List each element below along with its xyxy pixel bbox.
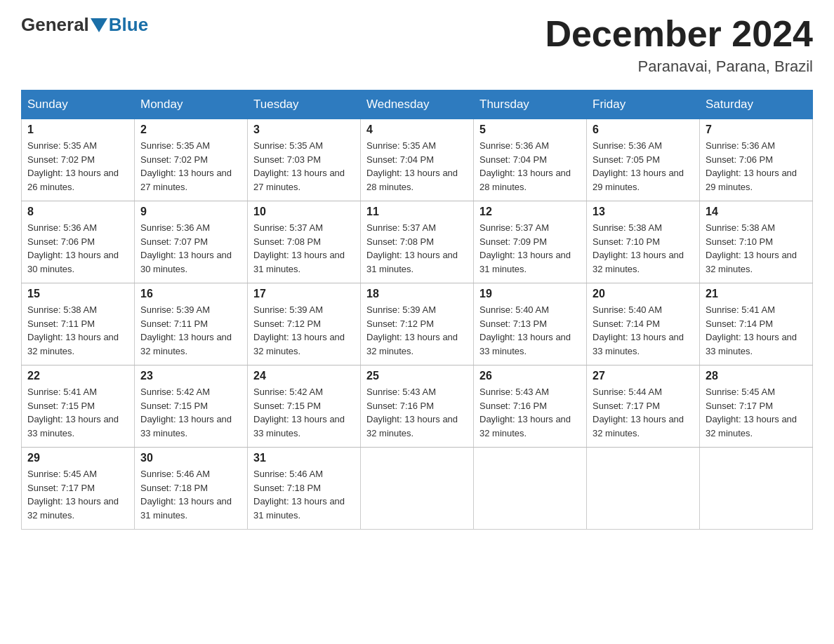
header-sunday: Sunday xyxy=(22,90,135,119)
table-row: 11 Sunrise: 5:37 AMSunset: 7:08 PMDaylig… xyxy=(361,201,474,283)
table-row: 9 Sunrise: 5:36 AMSunset: 7:07 PMDayligh… xyxy=(135,201,248,283)
day-number: 2 xyxy=(140,123,241,136)
calendar-table: Sunday Monday Tuesday Wednesday Thursday… xyxy=(21,90,813,530)
day-info: Sunrise: 5:41 AMSunset: 7:15 PMDaylight:… xyxy=(27,385,128,440)
header-monday: Monday xyxy=(135,90,248,119)
day-info: Sunrise: 5:45 AMSunset: 7:17 PMDaylight:… xyxy=(27,467,128,522)
table-row: 16 Sunrise: 5:39 AMSunset: 7:11 PMDaylig… xyxy=(135,283,248,365)
day-number: 23 xyxy=(140,370,241,382)
table-row: 12 Sunrise: 5:37 AMSunset: 7:09 PMDaylig… xyxy=(474,201,587,283)
day-number: 12 xyxy=(479,206,581,218)
calendar-header-row: Sunday Monday Tuesday Wednesday Thursday… xyxy=(22,90,813,119)
day-info: Sunrise: 5:39 AMSunset: 7:11 PMDaylight:… xyxy=(140,303,241,358)
table-row: 31 Sunrise: 5:46 AMSunset: 7:18 PMDaylig… xyxy=(248,448,361,530)
table-row: 8 Sunrise: 5:36 AMSunset: 7:06 PMDayligh… xyxy=(22,201,135,283)
day-number: 5 xyxy=(479,123,581,136)
day-number: 21 xyxy=(706,288,807,300)
table-row: 23 Sunrise: 5:42 AMSunset: 7:15 PMDaylig… xyxy=(135,365,248,448)
day-info: Sunrise: 5:35 AMSunset: 7:02 PMDaylight:… xyxy=(27,139,128,194)
day-number: 31 xyxy=(253,452,355,464)
day-info: Sunrise: 5:38 AMSunset: 7:10 PMDaylight:… xyxy=(593,221,694,276)
day-info: Sunrise: 5:36 AMSunset: 7:06 PMDaylight:… xyxy=(706,139,807,194)
day-number: 10 xyxy=(253,206,355,218)
table-row: 21 Sunrise: 5:41 AMSunset: 7:14 PMDaylig… xyxy=(700,283,813,365)
day-number: 16 xyxy=(140,288,241,300)
calendar-week-row: 8 Sunrise: 5:36 AMSunset: 7:06 PMDayligh… xyxy=(22,201,813,283)
day-number: 25 xyxy=(366,370,468,382)
table-row xyxy=(361,448,474,530)
day-info: Sunrise: 5:38 AMSunset: 7:11 PMDaylight:… xyxy=(27,303,128,358)
day-number: 17 xyxy=(253,288,355,300)
header-saturday: Saturday xyxy=(700,90,813,119)
table-row: 13 Sunrise: 5:38 AMSunset: 7:10 PMDaylig… xyxy=(587,201,700,283)
header: General Blue December 2024 Paranavai, Pa… xyxy=(21,14,813,76)
day-info: Sunrise: 5:36 AMSunset: 7:04 PMDaylight:… xyxy=(479,139,581,194)
month-title: December 2024 xyxy=(545,14,813,54)
day-number: 28 xyxy=(706,370,807,382)
table-row: 10 Sunrise: 5:37 AMSunset: 7:08 PMDaylig… xyxy=(248,201,361,283)
table-row xyxy=(474,448,587,530)
calendar-week-row: 15 Sunrise: 5:38 AMSunset: 7:11 PMDaylig… xyxy=(22,283,813,365)
calendar-week-row: 29 Sunrise: 5:45 AMSunset: 7:17 PMDaylig… xyxy=(22,448,813,530)
logo-blue-text: Blue xyxy=(109,14,148,36)
day-info: Sunrise: 5:43 AMSunset: 7:16 PMDaylight:… xyxy=(479,385,581,440)
table-row: 18 Sunrise: 5:39 AMSunset: 7:12 PMDaylig… xyxy=(361,283,474,365)
day-info: Sunrise: 5:45 AMSunset: 7:17 PMDaylight:… xyxy=(706,385,807,440)
day-info: Sunrise: 5:42 AMSunset: 7:15 PMDaylight:… xyxy=(140,385,241,440)
table-row: 29 Sunrise: 5:45 AMSunset: 7:17 PMDaylig… xyxy=(22,448,135,530)
day-number: 27 xyxy=(593,370,694,382)
day-info: Sunrise: 5:40 AMSunset: 7:13 PMDaylight:… xyxy=(479,303,581,358)
day-info: Sunrise: 5:41 AMSunset: 7:14 PMDaylight:… xyxy=(706,303,807,358)
day-number: 26 xyxy=(479,370,581,382)
table-row: 4 Sunrise: 5:35 AMSunset: 7:04 PMDayligh… xyxy=(361,119,474,201)
table-row: 26 Sunrise: 5:43 AMSunset: 7:16 PMDaylig… xyxy=(474,365,587,448)
day-number: 30 xyxy=(140,452,241,464)
table-row: 28 Sunrise: 5:45 AMSunset: 7:17 PMDaylig… xyxy=(700,365,813,448)
day-number: 20 xyxy=(593,288,694,300)
table-row: 7 Sunrise: 5:36 AMSunset: 7:06 PMDayligh… xyxy=(700,119,813,201)
day-number: 14 xyxy=(706,206,807,218)
day-info: Sunrise: 5:37 AMSunset: 7:08 PMDaylight:… xyxy=(253,221,355,276)
title-area: December 2024 Paranavai, Parana, Brazil xyxy=(545,14,813,76)
location-title: Paranavai, Parana, Brazil xyxy=(545,58,813,76)
table-row: 6 Sunrise: 5:36 AMSunset: 7:05 PMDayligh… xyxy=(587,119,700,201)
day-info: Sunrise: 5:43 AMSunset: 7:16 PMDaylight:… xyxy=(366,385,468,440)
table-row: 30 Sunrise: 5:46 AMSunset: 7:18 PMDaylig… xyxy=(135,448,248,530)
header-friday: Friday xyxy=(587,90,700,119)
logo-general-text: General xyxy=(21,14,89,36)
day-number: 24 xyxy=(253,370,355,382)
logo-triangle-icon xyxy=(91,18,107,32)
day-info: Sunrise: 5:35 AMSunset: 7:02 PMDaylight:… xyxy=(140,139,241,194)
table-row: 25 Sunrise: 5:43 AMSunset: 7:16 PMDaylig… xyxy=(361,365,474,448)
day-number: 8 xyxy=(27,206,128,218)
table-row: 2 Sunrise: 5:35 AMSunset: 7:02 PMDayligh… xyxy=(135,119,248,201)
day-info: Sunrise: 5:38 AMSunset: 7:10 PMDaylight:… xyxy=(706,221,807,276)
day-number: 3 xyxy=(253,123,355,136)
day-number: 19 xyxy=(479,288,581,300)
header-thursday: Thursday xyxy=(474,90,587,119)
table-row: 5 Sunrise: 5:36 AMSunset: 7:04 PMDayligh… xyxy=(474,119,587,201)
table-row xyxy=(700,448,813,530)
day-info: Sunrise: 5:46 AMSunset: 7:18 PMDaylight:… xyxy=(140,467,241,522)
table-row: 19 Sunrise: 5:40 AMSunset: 7:13 PMDaylig… xyxy=(474,283,587,365)
day-info: Sunrise: 5:35 AMSunset: 7:04 PMDaylight:… xyxy=(366,139,468,194)
day-info: Sunrise: 5:39 AMSunset: 7:12 PMDaylight:… xyxy=(366,303,468,358)
day-number: 18 xyxy=(366,288,468,300)
table-row: 24 Sunrise: 5:42 AMSunset: 7:15 PMDaylig… xyxy=(248,365,361,448)
logo: General Blue xyxy=(21,14,148,36)
day-number: 4 xyxy=(366,123,468,136)
table-row: 27 Sunrise: 5:44 AMSunset: 7:17 PMDaylig… xyxy=(587,365,700,448)
table-row: 17 Sunrise: 5:39 AMSunset: 7:12 PMDaylig… xyxy=(248,283,361,365)
day-number: 1 xyxy=(27,123,128,136)
day-info: Sunrise: 5:44 AMSunset: 7:17 PMDaylight:… xyxy=(593,385,694,440)
table-row: 3 Sunrise: 5:35 AMSunset: 7:03 PMDayligh… xyxy=(248,119,361,201)
table-row: 20 Sunrise: 5:40 AMSunset: 7:14 PMDaylig… xyxy=(587,283,700,365)
day-info: Sunrise: 5:39 AMSunset: 7:12 PMDaylight:… xyxy=(253,303,355,358)
calendar-week-row: 1 Sunrise: 5:35 AMSunset: 7:02 PMDayligh… xyxy=(22,119,813,201)
day-info: Sunrise: 5:46 AMSunset: 7:18 PMDaylight:… xyxy=(253,467,355,522)
day-number: 13 xyxy=(593,206,694,218)
day-number: 29 xyxy=(27,452,128,464)
day-info: Sunrise: 5:36 AMSunset: 7:05 PMDaylight:… xyxy=(593,139,694,194)
header-wednesday: Wednesday xyxy=(361,90,474,119)
day-info: Sunrise: 5:37 AMSunset: 7:08 PMDaylight:… xyxy=(366,221,468,276)
